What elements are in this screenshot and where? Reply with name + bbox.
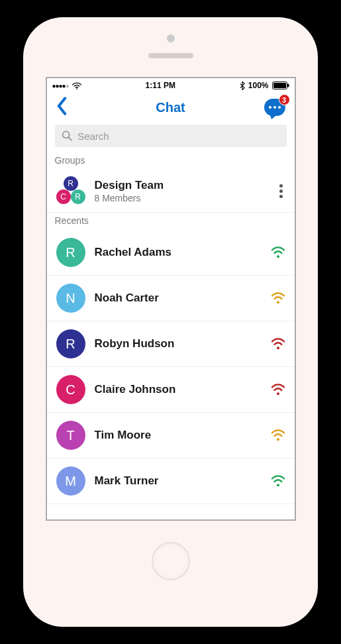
back-button[interactable] (56, 97, 68, 118)
avatar: R (56, 238, 85, 267)
contact-row[interactable]: T Tim Moore (47, 413, 295, 458)
group-avatar: C R R (56, 176, 85, 205)
svg-point-4 (62, 131, 69, 138)
svg-point-0 (76, 88, 77, 89)
contact-name: Mark Turner (95, 474, 262, 488)
groups-list: C R R Design Team 8 Members (47, 170, 295, 213)
svg-line-5 (68, 137, 71, 140)
battery-percent: 100% (248, 81, 269, 90)
avatar: N (56, 284, 85, 313)
search-field[interactable] (55, 125, 287, 147)
page-title: Chat (47, 100, 295, 115)
screen: ●●●●● 1:11 PM 100% (46, 77, 296, 521)
contact-row[interactable]: M Mark Turner (47, 458, 295, 504)
group-name: Design Team (95, 179, 268, 192)
section-label-recents: Recents (47, 213, 295, 230)
kebab-menu-button[interactable] (277, 182, 285, 201)
contact-name: Tim Moore (95, 429, 262, 442)
contact-row[interactable]: C Claire Johnson (47, 367, 295, 413)
search-input[interactable] (77, 131, 279, 142)
notification-badge: 3 (279, 94, 290, 105)
phone-frame: ●●●●● 1:11 PM 100% (23, 17, 318, 627)
contact-name: Robyn Hudson (95, 337, 262, 350)
presence-wifi-icon (271, 429, 285, 441)
contact-name: Claire Johnson (95, 383, 262, 396)
status-bar: ●●●●● 1:11 PM 100% (47, 78, 295, 93)
signal-dots-icon: ●●●●● (52, 82, 69, 89)
chat-notifications-button[interactable]: 3 (264, 99, 285, 116)
wifi-icon (72, 82, 81, 89)
svg-rect-3 (287, 84, 289, 87)
battery-icon (272, 81, 289, 89)
presence-wifi-icon (271, 475, 285, 487)
contact-name: Noah Carter (95, 292, 262, 305)
contact-row[interactable]: R Robyn Hudson (47, 321, 295, 367)
group-row[interactable]: C R R Design Team 8 Members (47, 170, 295, 213)
phone-camera (167, 34, 175, 42)
phone-speaker (148, 53, 193, 58)
presence-wifi-icon (271, 246, 285, 258)
recents-list: R Rachel Adams N Noah Carter R Robyn Hud… (47, 230, 295, 504)
status-time: 1:11 PM (146, 81, 175, 90)
contact-name: Rachel Adams (95, 246, 262, 259)
home-button[interactable] (152, 542, 190, 580)
bluetooth-icon (240, 81, 245, 90)
presence-wifi-icon (271, 338, 285, 350)
avatar: R (56, 329, 85, 358)
contact-row[interactable]: R Rachel Adams (47, 230, 295, 276)
presence-wifi-icon (271, 292, 285, 304)
avatar: T (56, 421, 85, 450)
group-subtitle: 8 Members (95, 193, 268, 203)
avatar: M (56, 466, 85, 496)
avatar: C (56, 375, 85, 404)
contact-row[interactable]: N Noah Carter (47, 276, 295, 321)
search-icon (62, 130, 73, 142)
presence-wifi-icon (271, 384, 285, 396)
svg-rect-2 (273, 83, 286, 88)
section-label-groups: Groups (47, 152, 295, 170)
nav-header: Chat 3 (47, 93, 295, 122)
